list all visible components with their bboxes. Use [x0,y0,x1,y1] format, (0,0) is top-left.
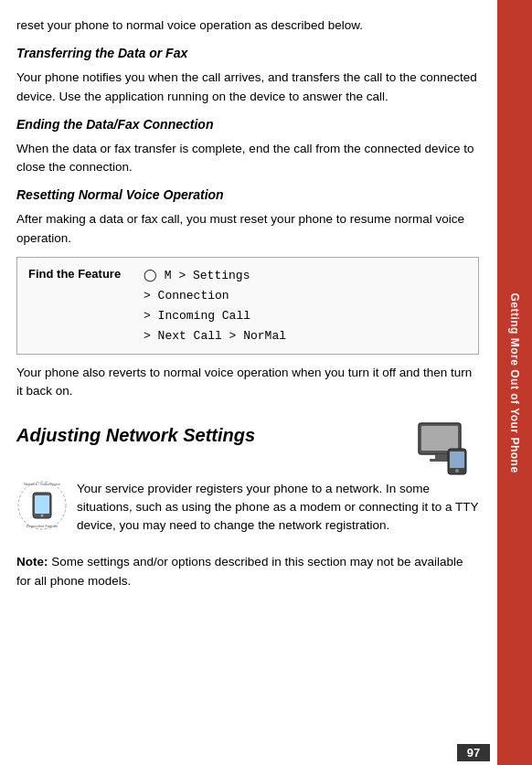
sidebar-label: Getting More Out of Your Phone [508,292,521,473]
svg-rect-5 [450,452,464,468]
network-subscription-icon: Network / Subscription Dependent Feature [16,480,68,531]
find-feature-box: Find the Feature ◯ M > Settings > Connec… [16,257,479,355]
page-number-bar: 97 [0,740,497,765]
svg-point-6 [455,469,459,473]
section1-heading: Transferring the Data or Fax [16,44,479,63]
find-feature-line3: > Incoming Call [144,306,286,326]
section3-body: After making a data or fax call, you mus… [16,210,479,248]
note-body: Some settings and/or options described i… [16,555,463,587]
find-feature-line1-text: M > Settings [165,269,250,282]
section2-body: When the data or fax transfer is complet… [16,140,479,177]
note-label: Note: [16,555,48,568]
page-number: 97 [457,744,490,761]
after-feature-text: Your phone also reverts to normal voice … [16,364,479,401]
note-paragraph: Note: Some settings and/or options descr… [16,553,479,590]
svg-rect-1 [421,426,458,451]
main-content: reset your phone to normal voice operati… [0,0,497,765]
svg-text:Network / Subscription: Network / Subscription [24,482,60,486]
svg-text:Dependent Feature: Dependent Feature [27,524,59,528]
svg-point-10 [41,514,44,516]
find-feature-content: ◯ M > Settings > Connection > Incoming C… [144,265,286,346]
sidebar: Getting More Out of Your Phone [497,0,532,765]
find-feature-line1: ◯ M > Settings [144,265,286,286]
section1-body: Your phone notifies you when the call ar… [16,69,479,106]
menu-icon: ◯ [144,268,157,282]
find-feature-line4: > Next Call > NorMal [144,326,286,346]
page-container: reset your phone to normal voice operati… [0,0,532,765]
svg-rect-9 [35,495,49,514]
section2-heading: Ending the Data/Fax Connection [16,115,479,134]
find-feature-label: Find the Feature [28,267,129,281]
network-section: Network / Subscription Dependent Feature… [16,480,479,545]
intro-paragraph: reset your phone to normal voice operati… [16,16,479,35]
phone-image [410,414,475,480]
big-heading: Adjusting Network Settings [16,421,410,449]
network-body: Your service provider registers your pho… [77,480,479,536]
section3-heading: Resetting Normal Voice Operation [16,186,479,205]
find-feature-line2: > Connection [144,286,286,306]
